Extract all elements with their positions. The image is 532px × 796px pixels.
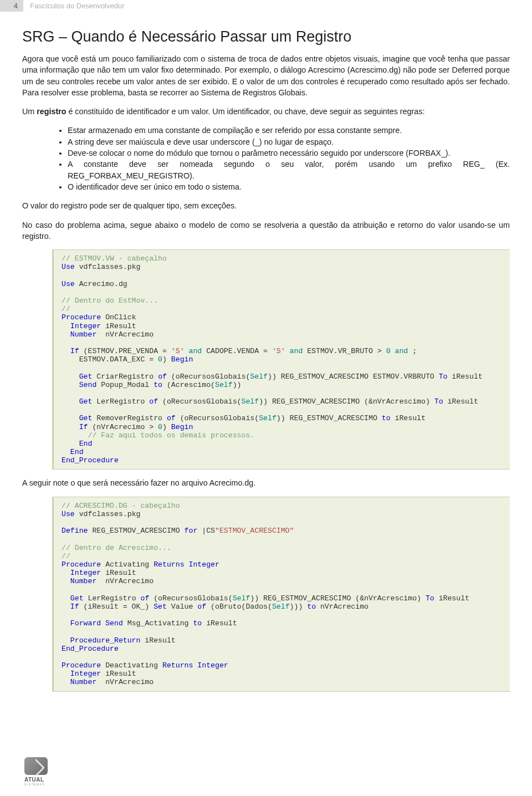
code-text: (oBruto(Dados( <box>206 603 272 611</box>
code-keyword: Integer <box>70 322 101 330</box>
code-text: (iResult = OK_) <box>79 603 154 611</box>
code-text: REG_ESTMOV_ACRESCIMO <box>88 527 184 535</box>
code-comment: // <box>62 552 70 560</box>
code-text: nVrAcrecimo <box>96 678 154 686</box>
code-text: ; <box>408 347 417 355</box>
code-keyword: Returns <box>154 560 184 569</box>
code-text: iResult <box>391 414 426 422</box>
code-keyword: Get <box>79 397 93 406</box>
code-self: Self <box>242 397 259 406</box>
code-self: Self <box>215 381 233 389</box>
code-text: vdfclasses.pkg <box>75 263 141 271</box>
code-text: ESTMOV.VR_BRUTO > <box>303 347 386 355</box>
main-content: SRG – Quando é Necessário Passar um Regi… <box>0 12 532 692</box>
logo-sub-text: SISTEMAS <box>24 783 48 786</box>
example-intro-paragraph: No caso do problema acima, segue abaixo … <box>22 220 510 242</box>
code-comment: // <box>62 305 70 313</box>
code-keyword: of <box>197 603 206 611</box>
code-text: )) <box>233 381 242 389</box>
bold-registro: registro <box>37 107 66 116</box>
code-string: 'S' <box>272 347 285 355</box>
code-keyword: Integer <box>193 661 228 670</box>
code-keyword: Set <box>154 603 167 611</box>
code-text: (ESTMOV.PRE_VENDA = <box>79 347 171 355</box>
code-text: iResult <box>443 397 478 406</box>
code-text: iResult <box>434 594 469 603</box>
code-text: iResult <box>101 322 136 330</box>
logo-brand-text: ATUAL <box>24 777 48 783</box>
rules-list: Estar armazenado em uma constante de com… <box>22 125 510 192</box>
code-keyword: Use <box>62 280 75 288</box>
code-string: 'S' <box>171 347 185 355</box>
text: Um <box>22 107 37 116</box>
code-text: vdfclasses.pkg <box>75 510 141 518</box>
code-keyword: and <box>185 347 202 355</box>
code-text: iResult <box>202 619 237 627</box>
code-keyword: to <box>307 603 316 611</box>
code-block-acrescimo: // ACRESCIMO.DG - cabeçalho Use vdfclass… <box>52 497 510 692</box>
code-keyword: Get <box>70 594 84 603</box>
code-keyword: and <box>391 347 408 355</box>
code-keyword: of <box>140 594 149 603</box>
code-keyword: Use <box>62 263 75 271</box>
code-number: 0 <box>158 423 162 431</box>
list-item: Estar armazenado em uma constante de com… <box>68 125 510 136</box>
code-keyword: for <box>185 527 198 535</box>
code-text: iResult <box>101 569 136 577</box>
code-text: )) REG_ESTMOV_ACRESCIMO ESTMOV.VRBRUTO <box>268 373 439 381</box>
code-keyword: of <box>158 373 167 381</box>
code-text: CriarRegistro <box>92 373 158 381</box>
code-keyword: End <box>79 440 93 448</box>
code-keyword: Define <box>62 527 88 535</box>
code-keyword: and <box>285 347 303 355</box>
code-text: nVrAcrecimo <box>96 330 154 339</box>
code-keyword: of <box>149 397 158 406</box>
code-block-estmov: // ESTMOV.VW - cabeçalho Use vdfclasses.… <box>52 249 510 470</box>
code-text: Msg_Activating <box>123 619 193 627</box>
code-comment: // ACRESCIMO.DG - cabeçalho <box>62 502 180 510</box>
footer-logo: ATUAL SISTEMAS <box>24 757 48 786</box>
page-title: SRG – Quando é Necessário Passar um Regi… <box>22 28 510 45</box>
code-text: OnClick <box>101 313 136 322</box>
code-text: Activating <box>101 560 154 569</box>
code-comment: // Dentro do EstMov... <box>62 297 158 305</box>
code-keyword: to <box>154 381 162 389</box>
code-text: nVrAcrecimo <box>316 603 369 611</box>
code-text: iResult <box>447 373 482 381</box>
list-item: A string deve ser maiúscula e deve usar … <box>68 136 510 147</box>
code-keyword: Integer <box>70 569 101 577</box>
intro-paragraph: Agora que você está um pouco familiariza… <box>22 53 510 98</box>
code-text: )) REG_ESTMOV_ACRESCIMO (&nVrAcrescimo) <box>250 594 426 603</box>
code-keyword: To <box>439 373 448 381</box>
text: é constituído de identificador e um valo… <box>66 107 424 116</box>
code-keyword: To <box>426 594 434 603</box>
code-comment: // Dentro de Acrescimo... <box>62 544 171 552</box>
code-text: |CS <box>197 527 215 535</box>
code-text: (Acrescimo( <box>162 381 215 389</box>
code-string: "ESTMOV_ACRESCIMO" <box>215 527 294 535</box>
code-keyword: End_Procedure <box>62 456 119 465</box>
code-text: CADOPE.VENDA = <box>202 347 272 355</box>
code-text: Acrecimo.dg <box>75 280 127 288</box>
code-keyword: to <box>193 619 202 627</box>
code-keyword: End <box>70 448 84 456</box>
code-text: RemoverRegistro <box>92 414 167 422</box>
code-text: ))) <box>290 603 308 611</box>
code-text: (oRecursosGlobais( <box>167 373 250 381</box>
code-keyword: Send <box>105 619 123 627</box>
code-self: Self <box>259 414 277 422</box>
code-text: )) REG_ESTMOV_ACRESCIMO (&nVrAcrescimo) <box>259 397 434 406</box>
code-comment: // ESTMOV.VW - cabeçalho <box>62 254 167 263</box>
acrecimo-intro-paragraph: A seguir note o que será necessário faze… <box>22 477 510 488</box>
code-number: 0 <box>386 347 391 355</box>
code-keyword: Get <box>79 373 93 381</box>
code-text: Deactivating <box>101 661 162 670</box>
code-text: (oRecursosGlobais( <box>158 397 241 406</box>
code-self: Self <box>272 603 290 611</box>
code-keyword: Number <box>70 330 96 339</box>
code-keyword: Number <box>70 678 96 686</box>
code-keyword: Number <box>70 577 96 585</box>
code-text: Popup_Modal <box>96 381 154 389</box>
code-keyword: Send <box>79 381 97 389</box>
code-text: (oRecursosGlobais( <box>176 414 259 422</box>
